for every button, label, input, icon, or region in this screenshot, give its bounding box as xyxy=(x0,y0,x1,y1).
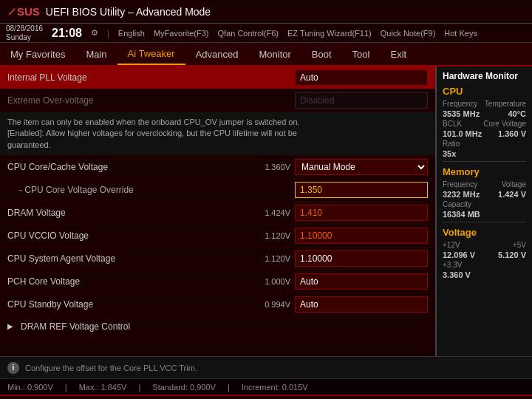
cpu-standby-volt: 0.994V xyxy=(246,300,290,309)
cpu-freq-row: Frequency Temperature xyxy=(443,100,526,108)
separator3: | xyxy=(228,383,230,392)
internal-pll-label: Internal PLL Voltage xyxy=(7,72,295,83)
mem-volt-value: 1.424 V xyxy=(498,190,526,199)
cpu-section-title: CPU xyxy=(443,86,526,97)
my-favorite-btn[interactable]: MyFavorite(F3) xyxy=(154,29,209,38)
cpu-vccio-row[interactable]: CPU VCCIO Voltage 1.120V xyxy=(0,225,435,248)
language-selector[interactable]: English xyxy=(118,29,145,38)
cpu-bclk-label-row: BCLK Core Voltage xyxy=(443,120,526,128)
ez-tuning-btn[interactable]: EZ Tuning Wizard(F11) xyxy=(287,29,372,38)
cpu-core-cache-select[interactable]: Manual Mode Auto Adaptive Mode xyxy=(295,159,428,175)
hw-monitor-title: Hardware Monitor xyxy=(443,71,526,81)
nav-advanced[interactable]: Advanced xyxy=(185,43,249,65)
nav-my-favorites[interactable]: My Favorites xyxy=(0,43,75,65)
bottom-info-bar: i Configure the offset for the Core PLL … xyxy=(0,356,532,378)
cpu-core-cache-row[interactable]: CPU Core/Cache Voltage 1.360V Manual Mod… xyxy=(0,156,435,179)
nav-ai-tweaker[interactable]: Ai Tweaker xyxy=(117,43,185,65)
expand-icon: ▶ xyxy=(7,322,13,330)
cpu-system-agent-volt: 1.120V xyxy=(246,254,290,263)
cpu-system-agent-label: CPU System Agent Voltage xyxy=(7,253,246,264)
v33-value: 3.360 V xyxy=(443,270,471,279)
title-bar: ⟋SUS UEFI BIOS Utility – Advanced Mode xyxy=(0,0,532,24)
footer: Version 2.17.1246. Copyright (C) 2016 Am… xyxy=(0,395,532,399)
v5-value: 5.120 V xyxy=(498,250,526,259)
cpu-temp-value: 40°C xyxy=(508,109,526,118)
memory-section-title: Memory xyxy=(443,166,526,177)
pch-core-label: PCH Core Voltage xyxy=(7,276,246,287)
info-icon: i xyxy=(7,362,19,374)
cpu-system-agent-input[interactable] xyxy=(295,250,428,267)
info-sep: | xyxy=(107,29,109,38)
cpu-core-cache-volt: 1.360V xyxy=(246,163,290,171)
cpu-system-agent-row[interactable]: CPU System Agent Voltage 1.120V xyxy=(0,248,435,270)
bottom-description: Configure the offset for the Core PLL VC… xyxy=(25,364,197,372)
cpu-standby-row[interactable]: CPU Standby Voltage 0.994V xyxy=(0,293,435,316)
cpu-ratio-value: 35x xyxy=(443,149,456,158)
separator1: | xyxy=(65,383,67,392)
dram-ref-row[interactable]: ▶ DRAM REF Voltage Control xyxy=(0,316,435,337)
extreme-ov-label: Extreme Over-voltage xyxy=(7,95,295,106)
v12-value: 12.096 V xyxy=(443,250,475,259)
qfan-btn[interactable]: Qfan Control(F6) xyxy=(217,29,279,38)
cpu-vccio-input[interactable] xyxy=(295,228,428,244)
v5-label: +5V xyxy=(513,241,526,249)
cpu-core-override-input[interactable] xyxy=(295,182,428,198)
cpu-core-v-value: 1.360 V xyxy=(498,129,526,138)
cpu-temp-label: Temperature xyxy=(485,100,526,108)
pch-core-input[interactable] xyxy=(295,273,428,290)
mem-freq-label: Frequency xyxy=(443,180,477,188)
hot-keys-btn[interactable]: Hot Keys xyxy=(444,29,477,38)
left-panel: Internal PLL Voltage Extreme Over-voltag… xyxy=(0,66,436,356)
cpu-vccio-volt: 1.120V xyxy=(246,231,290,240)
cpu-freq-val-row: 3535 MHz 40°C xyxy=(443,109,526,118)
nav-monitor[interactable]: Monitor xyxy=(249,43,301,65)
cpu-freq-label: Frequency xyxy=(443,100,477,108)
cpu-standby-input[interactable] xyxy=(295,296,428,313)
internal-pll-input[interactable] xyxy=(295,69,428,86)
info-text-row: The item can only be enabled when the on… xyxy=(0,112,435,156)
cpu-freq-value: 3535 MHz xyxy=(443,109,480,118)
mem-cap-value: 16384 MB xyxy=(443,210,480,219)
cpu-core-override-row[interactable]: - CPU Core Voltage Override xyxy=(0,179,435,202)
title-text: UEFI BIOS Utility – Advanced Mode xyxy=(46,6,211,18)
nav-main[interactable]: Main xyxy=(75,43,117,65)
nav-exit[interactable]: Exit xyxy=(380,43,417,65)
cpu-ratio-label-row: Ratio xyxy=(443,140,526,148)
hardware-monitor-panel: Hardware Monitor CPU Frequency Temperatu… xyxy=(436,66,532,356)
cpu-bclk-val-row: 101.0 MHz 1.360 V xyxy=(443,129,526,138)
cpu-core-override-label: - CPU Core Voltage Override xyxy=(7,185,295,195)
mem-volt-label: Voltage xyxy=(502,180,526,188)
standard-value: Standard: 0.900V xyxy=(152,383,216,392)
cpu-ratio-val-row: 35x xyxy=(443,149,526,158)
dram-volt-display: 1.424V xyxy=(246,208,290,217)
dram-voltage-row[interactable]: DRAM Voltage 1.424V xyxy=(0,202,435,225)
extreme-ov-row: Extreme Over-voltage xyxy=(0,89,435,112)
minmax-bar: Min.: 0.900V | Max.: 1.845V | Standard: … xyxy=(0,378,532,395)
info-bar: 08/28/2016Sunday 21:08 ⚙ | English MyFav… xyxy=(0,24,532,43)
max-value: Max.: 1.845V xyxy=(79,383,127,392)
pch-core-row[interactable]: PCH Core Voltage 1.000V xyxy=(0,270,435,293)
cpu-core-v-label: Core Voltage xyxy=(483,120,526,128)
voltage-section-title: Voltage xyxy=(443,227,526,238)
dram-voltage-label: DRAM Voltage xyxy=(7,208,246,218)
extreme-ov-input xyxy=(295,92,428,109)
dram-voltage-input[interactable] xyxy=(295,205,428,221)
min-value: Min.: 0.900V xyxy=(7,383,53,392)
cpu-bclk-value: 101.0 MHz xyxy=(443,129,482,138)
nav-tool[interactable]: Tool xyxy=(342,43,381,65)
main-content: Internal PLL Voltage Extreme Over-voltag… xyxy=(0,66,532,356)
internal-pll-row[interactable]: Internal PLL Voltage xyxy=(0,66,435,89)
info-text: The item can only be enabled when the on… xyxy=(7,117,300,149)
gear-icon[interactable]: ⚙ xyxy=(91,28,98,38)
datetime: 08/28/2016Sunday xyxy=(6,24,43,42)
nav-bar: My Favorites Main Ai Tweaker Advanced Mo… xyxy=(0,43,532,66)
mem-freq-value: 3232 MHz xyxy=(443,190,480,199)
cpu-core-cache-label: CPU Core/Cache Voltage xyxy=(7,162,246,172)
mem-cap-label: Capacity xyxy=(443,200,471,208)
pch-core-volt: 1.000V xyxy=(246,277,290,286)
nav-boot[interactable]: Boot xyxy=(301,43,342,65)
cpu-bclk-label: BCLK xyxy=(443,120,462,128)
time-display: 21:08 xyxy=(52,27,82,40)
separator2: | xyxy=(138,383,140,392)
quick-note-btn[interactable]: Quick Note(F9) xyxy=(381,29,436,38)
